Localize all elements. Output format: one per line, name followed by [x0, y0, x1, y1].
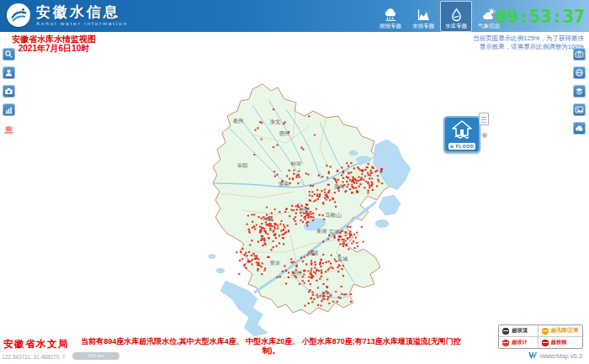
reservoir-dot: [297, 182, 299, 184]
reservoir-dot: [348, 166, 349, 167]
reservoir-dot: [260, 231, 262, 233]
reservoir-dot: [293, 261, 294, 263]
reservoir-dot: [310, 211, 311, 213]
reservoir-dot: [363, 240, 364, 242]
reservoir-dot: [310, 214, 312, 215]
tab-river[interactable]: 水情专题: [407, 1, 439, 32]
reservoir-dot: [363, 187, 365, 188]
alarm-tool-button[interactable]: [3, 124, 15, 137]
reservoir-dot: [332, 198, 334, 200]
reservoir-dot: [321, 304, 322, 306]
flood-marker-button[interactable]: ≋ FLOOD: [443, 116, 480, 153]
reservoir-dot: [322, 240, 324, 242]
export-icon: [575, 121, 584, 136]
chart-tool-button[interactable]: [3, 103, 15, 116]
reservoir-dot: [358, 177, 359, 178]
reservoir-dot: [321, 272, 322, 274]
legend-item-0[interactable]: 超坝顶: [499, 325, 538, 336]
legend-item-2[interactable]: 超设计: [499, 337, 538, 348]
layers-tool-button[interactable]: [573, 85, 586, 98]
reservoir-dot: [251, 214, 252, 215]
reservoir-dot: [310, 185, 311, 187]
tab-reservoir[interactable]: 水库专题: [440, 1, 472, 32]
reservoir-dot: [345, 245, 347, 246]
reservoir-dot: [275, 237, 277, 239]
reservoir-dot: [370, 170, 372, 171]
search-tool-button[interactable]: [3, 48, 15, 61]
reservoir-dot: [377, 175, 379, 177]
right-toolbar: [573, 48, 586, 140]
reservoir-dot: [298, 174, 300, 176]
app-window: 亳州淮北宿州阜阳蚌埠淮南滁州六安合肥巢湖马鞍山芜湖铜陵宣城池州安庆黄山 安徽水信…: [0, 0, 589, 364]
camera-tool-button[interactable]: [3, 85, 15, 98]
screenshot-tool-button[interactable]: [573, 48, 586, 61]
reservoir-dot: [330, 262, 332, 264]
reservoir-dot: [341, 293, 342, 295]
snowflake-icon: [481, 127, 488, 142]
reservoir-dot: [343, 243, 345, 245]
user-tool-button[interactable]: [3, 66, 15, 79]
reservoir-dot: [291, 205, 293, 207]
reservoir-dot: [361, 170, 363, 171]
legend-item-1[interactable]: 超汛限/正常: [539, 325, 582, 336]
tab-rain[interactable]: 雨情专题: [374, 1, 406, 32]
reservoir-dot: [358, 186, 360, 187]
reservoir-dot: [356, 232, 358, 234]
reservoir-dot: [292, 178, 294, 180]
reservoir-dot: [367, 172, 369, 174]
reservoir-dot: [368, 174, 369, 176]
reservoir-dot: [264, 267, 266, 269]
app-subtitle: Anhui water information: [36, 21, 128, 26]
reservoir-dot: [273, 146, 274, 148]
logo: 安徽水信息 Anhui water information: [7, 3, 128, 27]
reservoir-dot: [342, 265, 344, 266]
province-map[interactable]: 亳州淮北宿州阜阳蚌埠淮南滁州六安合肥巢湖马鞍山芜湖铜陵宣城池州安庆黄山: [0, 0, 589, 364]
reservoir-dot: [305, 172, 307, 174]
reservoir-dot: [279, 235, 280, 236]
reservoir-dot: [295, 277, 297, 278]
reservoir-dot: [308, 214, 310, 215]
reservoir-dot: [294, 220, 296, 222]
reservoir-dot: [316, 270, 317, 272]
reservoir-dot: [308, 115, 310, 117]
reservoir-dot: [337, 170, 338, 171]
reservoir-dot: [308, 215, 310, 217]
watermap-logo-icon: [528, 351, 538, 361]
reservoir-dot: [300, 219, 301, 221]
reservoir-dot: [252, 259, 253, 261]
reservoir-dot: [321, 190, 322, 192]
reservoir-dot: [293, 169, 294, 171]
reservoir-dot: [326, 177, 328, 178]
globe-tool-button[interactable]: [573, 66, 586, 79]
reservoir-dot: [342, 241, 344, 243]
reservoir-dot: [369, 184, 370, 186]
alarm-icon: [3, 124, 14, 139]
reservoir-dot: [303, 213, 305, 214]
reservoir-dot: [357, 166, 358, 168]
reservoir-dot: [374, 171, 376, 172]
reservoir-dot: [267, 233, 268, 235]
status-message: 当前有894座水库超汛限水位,其中大型水库4座、 中型水库20座、 小型水库87…: [77, 337, 464, 356]
flood-house-icon: [445, 119, 479, 140]
reservoir-dot: [318, 270, 320, 272]
reservoir-dot: [256, 261, 257, 263]
reservoir-dot: [263, 240, 265, 241]
map-title-datetime: 2021年7月6日10时: [12, 44, 96, 53]
reservoir-dot: [335, 206, 337, 208]
reservoir-dot: [300, 214, 302, 216]
legend-label: 超设计: [512, 339, 528, 346]
reservoir-dot: [274, 208, 276, 210]
export-tool-button[interactable]: [573, 122, 586, 135]
reservoir-dot: [307, 217, 309, 219]
reservoir-dot: [345, 235, 347, 236]
document-icon[interactable]: [479, 113, 489, 125]
reservoir-dot: [335, 291, 337, 293]
reservoir-dot: [297, 204, 299, 206]
reservoir-dot: [261, 235, 263, 237]
reservoir-dot: [312, 185, 314, 187]
reservoir-dot: [248, 230, 250, 232]
legend-item-3[interactable]: 超校核: [539, 337, 582, 348]
reservoir-dot: [289, 182, 291, 184]
image-tool-button[interactable]: [573, 103, 586, 116]
reservoir-dot: [305, 219, 306, 220]
